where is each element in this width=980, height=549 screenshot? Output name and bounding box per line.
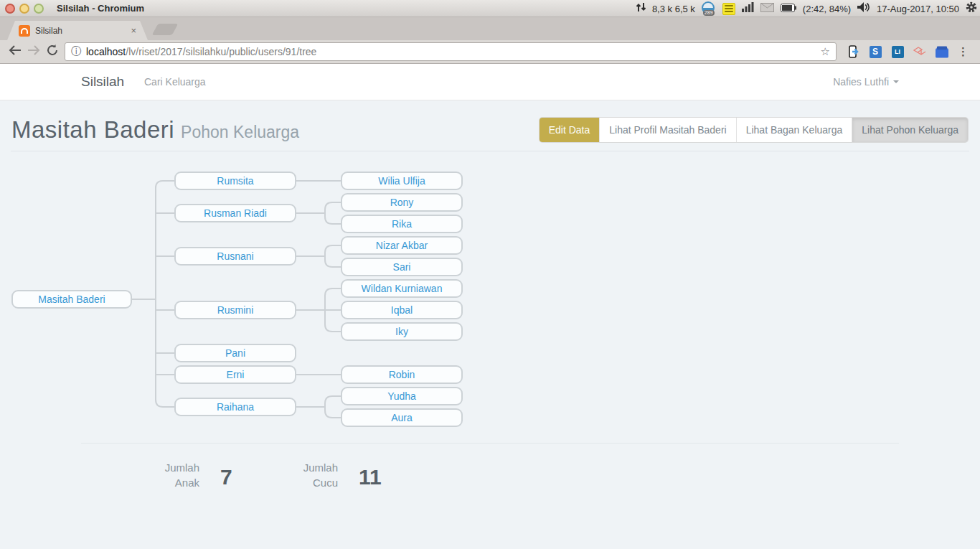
tree-node-child[interactable]: Pani <box>174 344 296 362</box>
tab-close-icon[interactable]: × <box>131 26 136 35</box>
stat-value-anak: 7 <box>220 465 232 489</box>
browser-menu-icon[interactable]: ⋮ <box>958 45 969 58</box>
clock[interactable]: 17-Aug-2017, 10:50 <box>877 4 959 14</box>
window-minimize-icon[interactable] <box>19 4 29 14</box>
send-to-phone-icon[interactable] <box>847 45 859 58</box>
lihat-pohon-button[interactable]: Lihat Pohon Keluarga <box>852 118 968 142</box>
battery-status: (2:42, 84%) <box>803 4 851 14</box>
family-tree: Masitah Baderi Rumsita Rusman Riadi Rusn… <box>0 165 502 441</box>
back-icon[interactable] <box>6 44 24 59</box>
tree-node-grandchild[interactable]: Aura <box>341 408 463 427</box>
page-subtitle: Pohon Keluarga <box>181 123 299 141</box>
signal-bars-icon[interactable] <box>742 2 754 15</box>
brand-link[interactable]: Silsilah <box>81 74 124 90</box>
tree-node-grandchild[interactable]: Rony <box>341 193 463 212</box>
browser-tabstrip: Silsilah × <box>0 17 980 40</box>
tree-node-grandchild[interactable]: Rika <box>341 215 463 233</box>
tree-node-child[interactable]: Rusman Riadi <box>174 204 296 222</box>
tree-node-child[interactable]: Erni <box>174 365 296 384</box>
user-name: Nafies Luthfi <box>833 76 889 88</box>
tree-node-grandchild[interactable]: Robin <box>341 365 463 384</box>
browser-toolbar: ⓘ localhost/lv/riset/2017/silsilahku/pub… <box>0 40 980 64</box>
window-title: Silsilah - Chromium <box>57 3 144 14</box>
mail-envelope-icon[interactable] <box>760 2 774 15</box>
stat-label-anak: Jumlah Anak <box>128 460 199 490</box>
browser-tab[interactable]: Silsilah × <box>7 21 148 40</box>
tree-node-grandchild[interactable]: Iqbal <box>341 301 463 319</box>
window-maximize-icon[interactable] <box>34 4 44 14</box>
reload-icon[interactable] <box>43 44 62 60</box>
notes-indicator-icon[interactable] <box>722 3 735 15</box>
footer-divider <box>81 443 899 444</box>
battery-icon[interactable] <box>781 2 796 15</box>
action-button-group: Edit Data Lihat Profil Masitah Baderi Li… <box>540 118 968 142</box>
lihat-bagan-button[interactable]: Lihat Bagan Keluarga <box>736 118 852 142</box>
chevron-down-icon <box>893 80 899 83</box>
forward-icon[interactable] <box>24 44 43 59</box>
blue-box-extension-icon[interactable] <box>936 45 948 58</box>
app-navbar: Silsilah Cari Keluarga Nafies Luthfi <box>0 64 980 100</box>
user-dropdown[interactable]: Nafies Luthfi <box>833 76 899 88</box>
page-title: Masitah Baderi <box>11 116 174 143</box>
bookmark-star-icon[interactable]: ☆ <box>821 45 830 58</box>
tab-title: Silsilah <box>35 26 62 36</box>
window-close-icon[interactable] <box>5 4 15 14</box>
volume-speaker-icon[interactable] <box>857 2 870 15</box>
tree-node-grandchild[interactable]: Nizar Akbar <box>341 236 463 255</box>
tree-node-grandchild[interactable]: Iky <box>341 322 463 341</box>
url-text: localhost/lv/riset/2017/silsilahku/publi… <box>86 46 316 57</box>
address-bar[interactable]: ⓘ localhost/lv/riset/2017/silsilahku/pub… <box>65 42 837 61</box>
url-path: /lv/riset/2017/silsilahku/public/users/9… <box>126 46 316 57</box>
info-circle-icon[interactable]: ⓘ <box>71 45 81 58</box>
system-panel: Silsilah - Chromium 8,3 k 6,5 k 289 (2:4… <box>0 0 980 17</box>
network-arrows-icon[interactable] <box>636 2 646 15</box>
heading-divider <box>11 151 969 151</box>
new-tab-button[interactable] <box>152 24 179 35</box>
network-rate: 8,3 k 6,5 k <box>652 4 695 14</box>
page-heading: Masitah BaderiPohon Keluarga <box>11 116 299 144</box>
nav-link-cari-keluarga[interactable]: Cari Keluarga <box>144 76 206 88</box>
s-extension-icon[interactable]: S <box>870 46 882 58</box>
tree-node-child[interactable]: Raihana <box>174 398 296 416</box>
lihat-profil-button[interactable]: Lihat Profil Masitah Baderi <box>599 118 735 142</box>
extension-icons: S LI ⋮ <box>847 45 971 58</box>
system-tray: 8,3 k 6,5 k 289 (2:42, 84%) 17-Aug-2017,… <box>636 0 977 17</box>
url-host: localhost <box>86 46 126 57</box>
li-extension-icon[interactable]: LI <box>892 46 904 58</box>
tree-node-grandchild[interactable]: Yudha <box>341 387 463 405</box>
tree-node-grandchild[interactable]: Wildan Kurniawan <box>341 279 463 298</box>
tree-node-child[interactable]: Rumsita <box>174 172 296 190</box>
tree-node-root[interactable]: Masitah Baderi <box>11 290 132 309</box>
tree-node-child[interactable]: Rusmini <box>174 301 296 319</box>
tree-node-child[interactable]: Rusnani <box>174 247 296 266</box>
tree-node-grandchild[interactable]: Sari <box>341 258 463 276</box>
xampp-favicon-icon <box>19 25 30 37</box>
stat-label-cucu: Jumlah Cucu <box>266 460 338 490</box>
edit-data-button[interactable]: Edit Data <box>540 118 600 142</box>
indicator-badge-icon[interactable]: 289 <box>702 1 716 16</box>
stat-value-cucu: 11 <box>359 465 382 489</box>
laravel-extension-icon[interactable] <box>913 45 926 58</box>
desktop-screen: Silsilah - Chromium 8,3 k 6,5 k 289 (2:4… <box>0 0 980 549</box>
tree-node-grandchild[interactable]: Wilia Ulfija <box>341 172 463 190</box>
gear-icon[interactable] <box>966 1 977 16</box>
